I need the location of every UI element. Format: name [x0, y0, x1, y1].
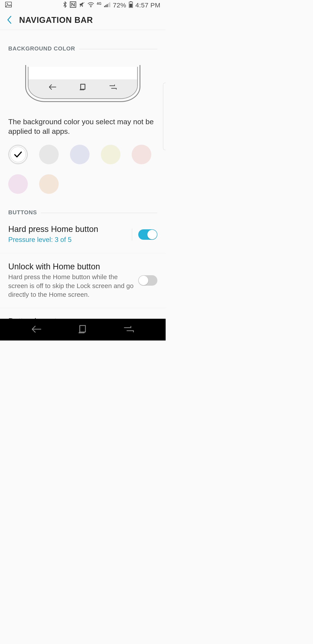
background-description: The background color you select may not … — [8, 117, 157, 136]
back-icon[interactable] — [6, 16, 12, 25]
navbar-preview — [8, 65, 157, 102]
preview-back-icon — [48, 84, 57, 91]
row-title: Hard press Home button — [8, 224, 128, 234]
preview-home-icon — [79, 84, 86, 91]
bluetooth-icon — [63, 1, 67, 9]
scroll-indicator[interactable] — [163, 83, 166, 150]
signal-icon — [104, 2, 110, 9]
nfc-icon — [70, 1, 76, 9]
system-nav-bar — [0, 319, 166, 340]
svg-rect-13 — [130, 4, 132, 8]
divider — [79, 49, 157, 49]
color-swatch-4[interactable] — [132, 145, 151, 164]
svg-rect-8 — [107, 4, 108, 7]
svg-rect-9 — [108, 3, 109, 7]
color-swatch-1[interactable] — [39, 145, 59, 164]
row-unlock-home[interactable]: Unlock with Home button Hard press the H… — [0, 253, 166, 308]
switch-hard-press[interactable] — [138, 229, 157, 240]
wifi-icon — [88, 2, 94, 9]
nav-recents-icon[interactable] — [123, 325, 134, 334]
battery-percent: 72% — [113, 2, 126, 9]
nav-back-icon[interactable] — [31, 325, 42, 334]
status-bar: 4G 72% 4:57 PM — [0, 0, 166, 10]
mute-icon — [79, 2, 85, 9]
color-swatch-5[interactable] — [8, 174, 28, 194]
color-swatch-3[interactable] — [101, 145, 120, 164]
svg-point-1 — [7, 3, 8, 4]
battery-icon — [129, 1, 133, 9]
picture-icon — [5, 2, 12, 9]
section-header-background-label: BACKGROUND COLOR — [8, 45, 75, 52]
network-type-label: 4G — [97, 2, 101, 6]
page-title: NAVIGATION BAR — [19, 16, 93, 25]
switch-unlock[interactable] — [138, 275, 157, 286]
content-scroll[interactable]: BACKGROUND COLOR — [0, 30, 166, 319]
nav-home-icon[interactable] — [78, 325, 87, 334]
color-swatch-grid — [8, 145, 157, 194]
color-swatch-2[interactable] — [70, 145, 89, 164]
section-header-buttons: BUTTONS — [8, 209, 157, 216]
preview-recents-icon — [109, 84, 117, 91]
divider — [132, 228, 132, 241]
app-bar: NAVIGATION BAR — [0, 10, 166, 30]
row-title: Button layout — [8, 317, 157, 319]
section-header-buttons-label: BUTTONS — [8, 209, 37, 216]
svg-rect-10 — [109, 2, 110, 7]
clock: 4:57 PM — [135, 2, 160, 9]
row-hard-press-home[interactable]: Hard press Home button Pressure level: 3… — [0, 216, 166, 253]
row-subtitle: Pressure level: 3 of 5 — [8, 235, 128, 244]
row-button-layout[interactable]: Button layout Back - Home - Recents — [0, 308, 166, 319]
color-swatch-6[interactable] — [39, 174, 59, 194]
color-swatch-0[interactable] — [8, 145, 28, 164]
section-header-background: BACKGROUND COLOR — [8, 45, 157, 52]
row-title: Unlock with Home button — [8, 262, 134, 271]
svg-rect-6 — [104, 6, 105, 7]
divider — [41, 213, 157, 213]
svg-rect-7 — [105, 5, 106, 7]
row-subtitle: Hard press the Home button while the scr… — [8, 272, 134, 299]
